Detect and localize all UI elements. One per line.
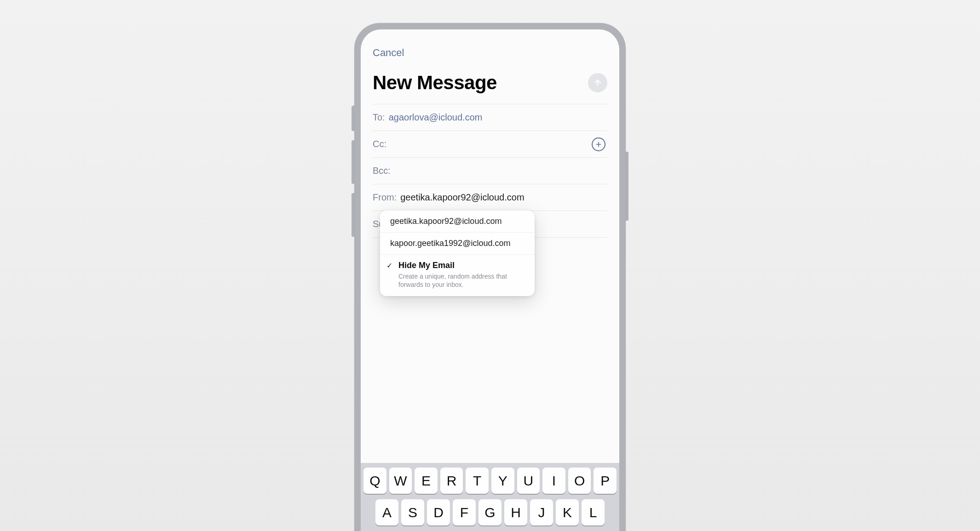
dropdown-option-0[interactable]: geetika.kapoor92@icloud.com: [380, 211, 535, 233]
key-g[interactable]: G: [478, 499, 502, 525]
key-o[interactable]: O: [568, 468, 591, 494]
to-field[interactable]: To: agaorlova@icloud.com: [373, 104, 607, 131]
to-label: To:: [373, 112, 385, 123]
key-y[interactable]: Y: [491, 468, 514, 494]
screen: Cancel New Message To: agaorlova@icloud.…: [361, 29, 619, 531]
key-i[interactable]: I: [542, 468, 565, 494]
key-j[interactable]: J: [530, 499, 553, 525]
key-t[interactable]: T: [466, 468, 489, 494]
keyboard-row-1: Q W E R T Y U I O P: [363, 468, 617, 494]
key-l[interactable]: L: [582, 499, 605, 525]
from-dropdown: geetika.kapoor92@icloud.com kapoor.geeti…: [380, 211, 535, 296]
phone-body: Cancel New Message To: agaorlova@icloud.…: [354, 23, 626, 531]
dropdown-option-hide-my-email[interactable]: ✓ Hide My Email Create a unique, random …: [380, 255, 535, 296]
key-a[interactable]: A: [375, 499, 398, 525]
arrow-up-icon: [593, 78, 602, 87]
page-title: New Message: [373, 72, 497, 94]
cc-label: Cc:: [373, 139, 386, 149]
power-button: [626, 152, 628, 221]
title-row: New Message: [373, 72, 607, 94]
hide-my-email-title: Hide My Email: [398, 261, 525, 270]
key-w[interactable]: W: [389, 468, 412, 494]
key-p[interactable]: P: [594, 468, 617, 494]
key-u[interactable]: U: [517, 468, 540, 494]
bcc-field[interactable]: Bcc:: [373, 157, 607, 184]
check-icon: ✓: [386, 261, 392, 270]
key-d[interactable]: D: [427, 499, 450, 525]
keyboard-row-2: A S D F G H J K L: [363, 499, 617, 525]
send-button[interactable]: [588, 73, 607, 92]
key-q[interactable]: Q: [363, 468, 386, 494]
dropdown-option-1[interactable]: kapoor.geetika1992@icloud.com: [380, 233, 535, 255]
from-label: From:: [373, 192, 397, 203]
key-s[interactable]: S: [401, 499, 424, 525]
add-contact-button[interactable]: [592, 137, 605, 151]
bcc-label: Bcc:: [373, 166, 391, 176]
keyboard: Q W E R T Y U I O P A S D F G H: [361, 463, 619, 531]
key-h[interactable]: H: [504, 499, 527, 525]
key-k[interactable]: K: [556, 499, 579, 525]
from-value: geetika.kapoor92@icloud.com: [400, 192, 524, 203]
key-e[interactable]: E: [415, 468, 438, 494]
to-value: agaorlova@icloud.com: [389, 112, 483, 123]
key-r[interactable]: R: [440, 468, 463, 494]
plus-icon: [595, 141, 602, 148]
key-f[interactable]: F: [453, 499, 476, 525]
phone-frame: Cancel New Message To: agaorlova@icloud.…: [354, 23, 626, 531]
cc-field[interactable]: Cc:: [373, 131, 607, 157]
from-field[interactable]: From: geetika.kapoor92@icloud.com: [373, 184, 607, 211]
hide-my-email-subtitle: Create a unique, random address that for…: [398, 272, 525, 289]
cancel-button[interactable]: Cancel: [373, 47, 404, 59]
